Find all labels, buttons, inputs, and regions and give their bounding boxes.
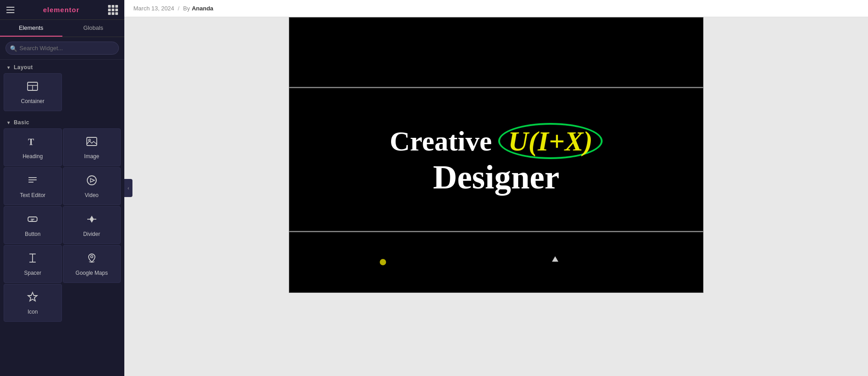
svg-marker-16 bbox=[90, 220, 93, 222]
layout-section-header: ▼ Layout bbox=[0, 60, 124, 73]
panel-tabs: Elements Globals bbox=[0, 20, 124, 37]
icon-widget-icon bbox=[26, 291, 39, 305]
layout-chevron-icon: ▼ bbox=[6, 65, 11, 70]
panel-topbar: elementor bbox=[0, 0, 124, 20]
image-icon bbox=[85, 135, 98, 150]
video-label: Video bbox=[85, 192, 99, 198]
panel-collapse-handle[interactable]: ‹ bbox=[124, 179, 132, 197]
widget-spacer[interactable]: Spacer bbox=[4, 245, 62, 283]
svg-marker-10 bbox=[90, 179, 94, 182]
widget-google-maps[interactable]: Google Maps bbox=[63, 245, 121, 283]
basic-section-header: ▼ Basic bbox=[0, 115, 124, 128]
button-icon bbox=[26, 213, 39, 227]
widget-divider[interactable]: Divider bbox=[63, 206, 121, 244]
svg-rect-4 bbox=[87, 137, 97, 146]
hero-line2: Designer bbox=[390, 159, 603, 196]
widget-heading[interactable]: T Heading bbox=[4, 128, 62, 166]
container-icon bbox=[26, 80, 39, 94]
heading-label: Heading bbox=[23, 153, 43, 160]
canvas-section-1[interactable] bbox=[289, 17, 703, 87]
text-editor-icon bbox=[26, 174, 39, 188]
widget-button[interactable]: Button bbox=[4, 206, 62, 244]
meta-bar: March 13, 2024 / By Ananda bbox=[124, 0, 868, 17]
svg-text:T: T bbox=[28, 137, 34, 147]
search-icon: 🔍 bbox=[10, 45, 17, 52]
layout-section-label: Layout bbox=[14, 64, 33, 70]
hero-creative-text: Creative bbox=[390, 126, 492, 156]
main-canvas-area: March 13, 2024 / By Ananda Creative U(I+… bbox=[124, 0, 868, 376]
divider-icon bbox=[85, 213, 98, 227]
post-author: Ananda bbox=[192, 5, 213, 12]
widgets-scroll-area: ▼ Layout Container ▼ Basic bbox=[0, 60, 124, 376]
elementor-logo: elementor bbox=[43, 6, 80, 14]
basic-chevron-icon: ▼ bbox=[6, 120, 11, 125]
heading-icon: T bbox=[26, 135, 39, 150]
text-editor-label: Text Editor bbox=[20, 192, 46, 198]
decorative-dot bbox=[380, 259, 386, 265]
apps-grid-icon[interactable] bbox=[108, 5, 118, 15]
widget-icon[interactable]: Icon bbox=[4, 284, 62, 322]
search-bar: 🔍 bbox=[0, 37, 124, 60]
hamburger-menu[interactable] bbox=[6, 7, 14, 13]
google-maps-icon bbox=[85, 252, 98, 266]
svg-point-20 bbox=[90, 256, 93, 258]
svg-marker-15 bbox=[90, 216, 93, 219]
spacer-label: Spacer bbox=[24, 270, 41, 276]
hero-text-block: Creative U(I+X) Designer bbox=[390, 123, 603, 196]
basic-widget-grid: T Heading Image bbox=[0, 128, 124, 325]
layout-widget-grid: Container bbox=[0, 73, 124, 115]
by-label: By bbox=[183, 5, 190, 12]
svg-marker-21 bbox=[28, 292, 37, 301]
search-input[interactable] bbox=[5, 42, 119, 55]
hero-line1: Creative U(I+X) bbox=[390, 123, 603, 159]
left-panel: elementor Elements Globals 🔍 ▼ Layout bbox=[0, 0, 124, 376]
widget-video[interactable]: Video bbox=[63, 167, 121, 205]
container-label: Container bbox=[21, 98, 44, 104]
divider-label: Divider bbox=[83, 231, 100, 237]
spacer-icon bbox=[26, 252, 39, 266]
tab-globals[interactable]: Globals bbox=[62, 20, 125, 37]
basic-section-label: Basic bbox=[14, 119, 29, 126]
canvas-section-2[interactable]: Creative U(I+X) Designer bbox=[289, 87, 703, 232]
icon-label: Icon bbox=[28, 309, 38, 315]
widget-container[interactable]: Container bbox=[4, 73, 62, 111]
widget-text-editor[interactable]: Text Editor bbox=[4, 167, 62, 205]
post-date: March 13, 2024 bbox=[133, 5, 174, 12]
canvas[interactable]: Creative U(I+X) Designer bbox=[124, 17, 868, 376]
image-label: Image bbox=[84, 153, 99, 160]
video-icon bbox=[85, 174, 98, 188]
button-label: Button bbox=[25, 231, 41, 237]
canvas-section-3[interactable] bbox=[289, 232, 703, 293]
tab-elements[interactable]: Elements bbox=[0, 20, 62, 37]
hero-badge: U(I+X) bbox=[498, 123, 603, 159]
google-maps-label: Google Maps bbox=[75, 270, 108, 276]
cursor-indicator bbox=[552, 256, 558, 262]
meta-separator: / bbox=[178, 5, 179, 12]
widget-image[interactable]: Image bbox=[63, 128, 121, 166]
